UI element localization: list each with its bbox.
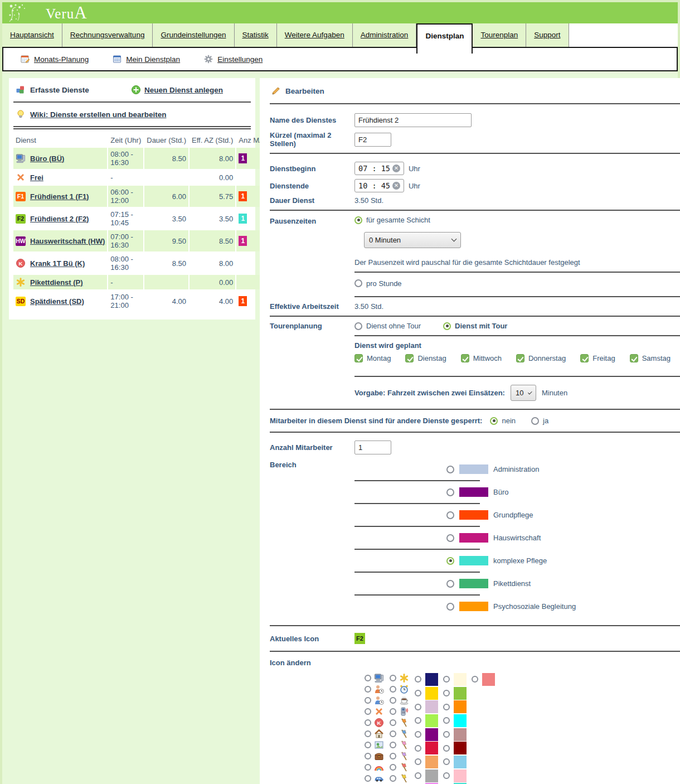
icon-option-radio[interactable]	[365, 675, 371, 681]
bereich-label: Bereich	[270, 458, 354, 469]
gesperrt-ja-label: ja	[543, 417, 548, 425]
service-link[interactable]: Büro (BÜ)	[30, 154, 64, 163]
color-option-radio[interactable]	[415, 745, 421, 752]
wiki-link[interactable]: Wiki: Dienste erstellen und bearbeiten	[30, 110, 166, 119]
color-option-radio[interactable]	[415, 676, 421, 683]
clear-time-icon[interactable]: ✕	[392, 164, 400, 172]
tab-weitere-aufgaben[interactable]: Weitere Aufgaben	[277, 23, 353, 47]
tab-rechnungsverwaltung[interactable]: Rechnungsverwaltung	[62, 23, 153, 47]
divider	[354, 296, 680, 297]
color-option-radio[interactable]	[443, 690, 450, 696]
color-swatch	[425, 770, 438, 782]
tab-support[interactable]: Support	[526, 23, 569, 47]
service-link[interactable]: Frühdienst 2 (F2)	[30, 215, 89, 223]
bereich-radio[interactable]	[446, 488, 454, 496]
bereich-radio[interactable]	[446, 466, 454, 473]
icon-option-radio[interactable]	[390, 719, 396, 726]
service-link[interactable]: Frei	[30, 173, 43, 182]
ende-time-input[interactable]: 10 : 45 ✕	[354, 179, 404, 192]
service-name-input[interactable]	[354, 113, 472, 127]
icon-option-radio[interactable]	[365, 742, 371, 748]
checkbox-freitag[interactable]	[580, 354, 589, 362]
color-option-radio[interactable]	[472, 676, 478, 683]
icon-option-radio[interactable]	[365, 708, 371, 715]
service-link[interactable]: Hausweritschaft (HW)	[30, 237, 105, 245]
icon-option-radio[interactable]	[390, 730, 396, 737]
person-clock-orange-icon	[374, 684, 384, 694]
tab-hauptansicht[interactable]: Hauptansicht	[2, 23, 62, 47]
tab-tourenplan[interactable]: Tourenplan	[473, 23, 526, 47]
service-link[interactable]: Pikettdienst (P)	[30, 278, 83, 287]
tab-grundeinstellungen[interactable]: Grundeinstellungen	[153, 23, 234, 47]
icon-option-radio[interactable]	[390, 675, 396, 681]
color-option-radio[interactable]	[415, 772, 421, 779]
color-option-radio[interactable]	[443, 704, 450, 710]
checkbox-samstag[interactable]	[630, 354, 638, 362]
icon-option-radio[interactable]	[390, 775, 396, 782]
icon-option-radio[interactable]	[365, 697, 371, 704]
service-link[interactable]: Krank 1T Bü (K)	[30, 259, 85, 268]
rainbow-icon	[374, 762, 384, 772]
icon-option-radio[interactable]	[390, 708, 396, 715]
checkbox-mittwoch[interactable]	[461, 354, 469, 362]
bereich-radio[interactable]	[446, 511, 454, 519]
bereich-radio[interactable]	[446, 557, 454, 565]
icon-option-radio[interactable]	[365, 764, 371, 771]
services-table-body: Büro (BÜ)08:00 - 16:308.508.001Frei-0.00…	[13, 148, 266, 312]
icon-option-radio[interactable]	[390, 753, 396, 759]
checkbox-dienstag[interactable]	[405, 354, 414, 362]
tab-administration[interactable]: Administration	[353, 23, 417, 47]
icon-option-radio[interactable]	[365, 775, 371, 782]
checkbox-montag[interactable]	[354, 354, 363, 362]
subnav-label: Einstellungen	[217, 55, 263, 64]
pause-stunde-radio[interactable]	[354, 279, 362, 287]
service-zeit: -	[108, 170, 143, 185]
kuerzel-input[interactable]	[354, 133, 391, 147]
fahrzeit-select[interactable]: 10	[511, 385, 536, 401]
tour-mit-radio[interactable]	[443, 322, 451, 330]
service-zeit: 08:00 - 16:30	[108, 253, 143, 274]
subnav-item-einstellungen[interactable]: Einstellungen	[203, 54, 263, 64]
subnav-item-monats-planung[interactable]: Monats-Planung	[20, 54, 89, 64]
bereich-radio[interactable]	[446, 534, 454, 542]
color-option-radio[interactable]	[443, 758, 450, 765]
tab-dienstplan[interactable]: Dienstplan	[416, 23, 473, 54]
beginn-time-input[interactable]: 07 : 15 ✕	[354, 162, 404, 175]
icon-option-radio[interactable]	[365, 686, 371, 693]
color-option-radio[interactable]	[443, 717, 450, 724]
tour-ohne-radio[interactable]	[354, 322, 362, 330]
anzahl-input[interactable]	[354, 441, 391, 454]
icon-option-radio[interactable]	[390, 742, 396, 748]
icon-option-radio[interactable]	[365, 730, 371, 737]
gesperrt-ja-radio[interactable]	[531, 417, 539, 425]
color-option-radio[interactable]	[415, 704, 421, 710]
bereich-radio[interactable]	[446, 603, 454, 611]
color-option-radio[interactable]	[415, 731, 421, 738]
new-service-link[interactable]: Neuen Dienst anlegen	[144, 86, 223, 94]
checkbox-donnerstag[interactable]	[516, 354, 524, 362]
service-link[interactable]: Spätdienst (SD)	[30, 297, 84, 306]
ende-label: Dienstende	[270, 182, 354, 190]
icon-option-radio[interactable]	[365, 719, 371, 726]
bereich-color-swatch	[459, 556, 488, 565]
pause-duration-select[interactable]: 0 Minuten	[364, 232, 461, 248]
icon-option-radio[interactable]	[390, 697, 396, 704]
icon-option-radio[interactable]	[365, 753, 371, 759]
color-option-radio[interactable]	[443, 731, 450, 738]
clear-time-icon[interactable]: ✕	[392, 182, 400, 190]
color-option-radio[interactable]	[443, 745, 450, 752]
subnav-item-mein-dienstplan[interactable]: Mein Dienstplan	[112, 54, 180, 64]
gesperrt-nein-radio[interactable]	[490, 417, 498, 425]
service-link[interactable]: Frühdienst 1 (F1)	[30, 192, 89, 201]
icon-option-radio[interactable]	[390, 764, 396, 771]
color-option-radio[interactable]	[443, 676, 450, 683]
color-option-radio[interactable]	[415, 690, 421, 696]
tab-statistik[interactable]: Statistik	[235, 23, 277, 47]
bereich-radio[interactable]	[446, 580, 454, 588]
pause-schicht-radio[interactable]	[354, 216, 362, 224]
color-option-radio[interactable]	[415, 717, 421, 724]
table-row: Pikettdienst (P)-0.00	[13, 275, 266, 289]
icon-option-radio[interactable]	[390, 686, 396, 693]
color-option-radio[interactable]	[443, 772, 450, 779]
color-option-radio[interactable]	[415, 758, 421, 765]
